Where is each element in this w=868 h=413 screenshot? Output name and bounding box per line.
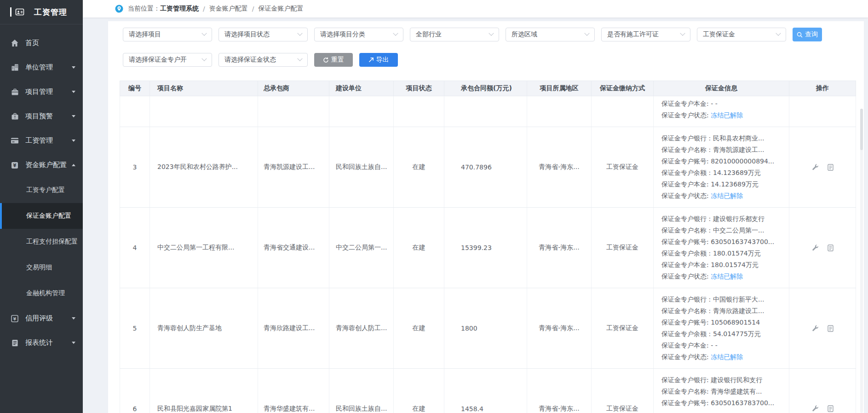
sidebar-item-label: 项目预警 bbox=[25, 112, 53, 121]
project-status-select[interactable]: 请选择项目状态 bbox=[218, 28, 308, 41]
content-area: 请选择项目 请选择项目状态 请选择项目分类 全部行业 所选区域 是否有施工许可证… bbox=[83, 17, 868, 413]
breadcrumb-crumb[interactable]: 保证金账户配置 bbox=[258, 5, 303, 13]
deposit-account-open-select[interactable]: 请选择保证金专户开 bbox=[123, 53, 212, 67]
sidebar-item-credit-rating[interactable]: ¥ 信用评级 bbox=[0, 306, 83, 331]
table-row: 4 中交二公局第一工程有限... 青海省交通建设... 中交二公局第一... 在… bbox=[120, 208, 856, 288]
col-deposit-info: 保证金信息 bbox=[654, 81, 789, 96]
breadcrumb-separator: / bbox=[252, 5, 254, 12]
sidebar: 工资管理 首页 单位管理 项目管理 bbox=[0, 0, 83, 413]
account-status-link[interactable]: 冻结已解除 bbox=[711, 273, 743, 280]
sidebar-item-org[interactable]: 单位管理 bbox=[0, 55, 83, 80]
account-status-link[interactable]: 冻结已解除 bbox=[711, 353, 743, 361]
sidebar-item-project[interactable]: 项目管理 bbox=[0, 80, 83, 104]
cell-owner: 民和回族土族自... bbox=[329, 127, 394, 208]
svg-text:¥: ¥ bbox=[13, 163, 17, 168]
report-icon bbox=[10, 339, 19, 347]
deposit-info-line: 保证金专户状态: 冻结已解除 bbox=[661, 190, 785, 202]
fund-account-submenu: 工资专户配置 保证金账户配置 工程支付担保配置 交易明细 金融机构管理 bbox=[0, 177, 83, 306]
col-region: 项目所属地区 bbox=[527, 81, 592, 96]
scrollbar[interactable] bbox=[860, 109, 863, 413]
deposit-info-line: 保证金专户本金: - - bbox=[661, 340, 785, 351]
sidebar-item-report[interactable]: 报表统计 bbox=[0, 331, 83, 355]
deposit-info-line: 保证金专户余额：14.123689万元 bbox=[661, 167, 785, 179]
fund-account-icon: ¥ bbox=[10, 162, 19, 169]
sidebar-item-salary-account-config[interactable]: 工资专户配置 bbox=[0, 177, 83, 203]
logo-bar bbox=[10, 7, 11, 17]
sidebar-item-transaction-detail[interactable]: 交易明细 bbox=[0, 255, 83, 280]
detail-icon[interactable] bbox=[828, 164, 834, 171]
sidebar-item-deposit-account-config[interactable]: 保证金账户配置 bbox=[0, 203, 83, 229]
breadcrumb-crumb[interactable]: 资金账户配置 bbox=[209, 5, 248, 13]
col-status: 项目状态 bbox=[394, 81, 444, 96]
chevron-down-icon bbox=[489, 31, 494, 36]
detail-icon[interactable] bbox=[828, 325, 834, 332]
sidebar-item-payment-guarantee-config[interactable]: 工程支付担保配置 bbox=[0, 229, 83, 255]
wrench-icon[interactable] bbox=[812, 164, 819, 171]
sidebar-item-fund-account[interactable]: ¥ 资金账户配置 bbox=[0, 153, 83, 177]
chevron-down-icon bbox=[297, 56, 302, 61]
org-icon bbox=[10, 64, 19, 71]
deposit-status-select[interactable]: 请选择保证金状态 bbox=[218, 53, 308, 67]
search-button[interactable]: 查询 bbox=[793, 28, 822, 41]
reset-button[interactable]: 重置 bbox=[314, 53, 353, 67]
deposit-info-line: 保证金专户状态: 冻结已解除 bbox=[661, 110, 785, 121]
home-icon bbox=[10, 39, 19, 47]
breadcrumb-root[interactable]: 工资管理系统 bbox=[160, 5, 199, 13]
col-amount: 承包合同额(万元) bbox=[444, 81, 527, 96]
salary-card-icon bbox=[10, 137, 19, 144]
sidebar-item-label: 报表统计 bbox=[25, 338, 53, 347]
deposit-info-line: 保证金专户余额：180.01574万元 bbox=[661, 248, 785, 259]
location-pin-icon bbox=[115, 5, 123, 13]
filter-row-1: 请选择项目 请选择项目状态 请选择项目分类 全部行业 所选区域 是否有施工许可证… bbox=[123, 28, 856, 41]
table-header: 编号 项目名称 总承包商 建设单位 项目状态 承包合同额(万元) 项目所属地区 … bbox=[120, 81, 856, 96]
sidebar-item-financial-institution[interactable]: 金融机构管理 bbox=[0, 280, 83, 306]
cell-status: 在建 bbox=[394, 127, 444, 208]
sidebar-item-salary[interactable]: 工资管理 bbox=[0, 128, 83, 153]
construction-permit-select[interactable]: 是否有施工许可证 bbox=[601, 28, 690, 41]
deposit-info-line: 保证金专户名称：青海凯源建设工... bbox=[661, 144, 785, 156]
wrench-icon[interactable] bbox=[812, 405, 819, 412]
account-status-link[interactable]: 冻结已解除 bbox=[711, 111, 743, 119]
cell-region: 青海省-海东... bbox=[527, 369, 592, 413]
col-project-name: 项目名称 bbox=[150, 81, 258, 96]
breadcrumb-separator: / bbox=[203, 5, 205, 12]
deposit-info-line: 保证金专户名称: 青海华盛建筑有... bbox=[661, 386, 785, 397]
app-logo: 工资管理 bbox=[0, 0, 83, 24]
detail-icon[interactable] bbox=[828, 244, 834, 251]
cell-no: 4 bbox=[120, 208, 150, 288]
detail-icon[interactable] bbox=[828, 405, 834, 412]
scrollbar-thumb[interactable] bbox=[860, 109, 863, 150]
region-select[interactable]: 所选区域 bbox=[506, 28, 595, 41]
deposit-info-line: 保证金专户本金: 14.123689万元 bbox=[661, 179, 785, 190]
deposit-info-line: 保证金专户名称：中交二公局第一... bbox=[661, 225, 785, 236]
cell-amount: 15399.23 bbox=[444, 208, 527, 288]
sidebar-item-label: 单位管理 bbox=[25, 63, 53, 72]
wrench-icon[interactable] bbox=[812, 244, 819, 251]
sidebar-item-label: 资金账户配置 bbox=[25, 161, 67, 169]
cell-region: 青海省-海东... bbox=[527, 208, 592, 288]
deposit-info-line: 保证金专户本金: 180.01574万元 bbox=[661, 259, 785, 271]
project-select[interactable]: 请选择项目 bbox=[123, 28, 212, 41]
deposit-info-line: 保证金专户余额：54.014775万元 bbox=[661, 328, 785, 340]
deposit-type-select[interactable]: 工资保证金 bbox=[697, 28, 786, 41]
deposit-info-line: 保证金专户银行：民和县农村商业... bbox=[661, 133, 785, 144]
app-root: 工资管理 首页 单位管理 项目管理 bbox=[0, 0, 868, 413]
cell-status: 在建 bbox=[394, 208, 444, 288]
deposit-info-line: 保证金专户名称：青海欣路建设工... bbox=[661, 305, 785, 317]
sidebar-item-label: 首页 bbox=[25, 39, 39, 47]
sidebar-item-home[interactable]: 首页 bbox=[0, 31, 83, 55]
sidebar-item-label: 项目管理 bbox=[25, 87, 53, 96]
main-area: 当前位置： 工资管理系统 / 资金账户配置 / 保证金账户配置 请选择项目 请选… bbox=[83, 0, 868, 413]
wrench-icon[interactable] bbox=[812, 325, 819, 332]
account-status-link[interactable]: 冻结已解除 bbox=[711, 192, 743, 199]
credit-icon: ¥ bbox=[10, 315, 19, 322]
export-button[interactable]: 导出 bbox=[359, 53, 398, 67]
table-row: 3 2023年民和农村公路养护... 青海凯源建设工... 民和回族土族自...… bbox=[120, 127, 856, 208]
col-method: 保证金缴纳方式 bbox=[592, 81, 654, 96]
chevron-down-icon bbox=[72, 115, 75, 117]
sidebar-item-warning[interactable]: 项目预警 bbox=[0, 104, 83, 128]
project-category-select[interactable]: 请选择项目分类 bbox=[314, 28, 403, 41]
cell-method: 工资保证金 bbox=[592, 369, 654, 413]
cell-project-name: 青海蓉创人防生产基地 bbox=[150, 288, 258, 369]
industry-select[interactable]: 全部行业 bbox=[410, 28, 499, 41]
